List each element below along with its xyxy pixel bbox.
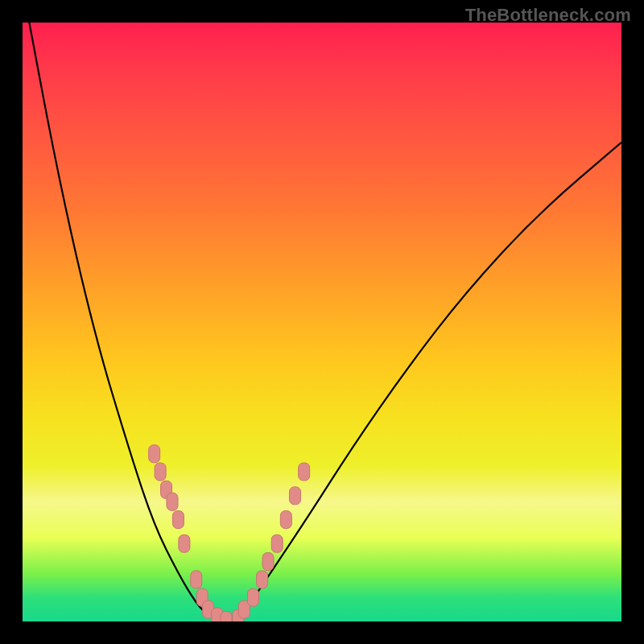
marker	[290, 487, 301, 505]
curve-markers	[149, 445, 310, 621]
curve-curve-left	[23, 23, 221, 621]
curve-curve-right	[232, 142, 621, 621]
marker	[179, 535, 190, 552]
marker	[221, 612, 232, 621]
plot-overlay	[23, 23, 621, 621]
marker	[247, 588, 258, 606]
marker	[155, 463, 166, 481]
marker	[262, 553, 274, 571]
marker	[271, 535, 283, 552]
marker	[167, 493, 178, 510]
marker	[257, 571, 268, 588]
marker	[280, 511, 291, 529]
marker	[299, 463, 310, 481]
marker	[191, 571, 202, 588]
outer-frame: TheBottleneck.com	[0, 0, 644, 644]
bottleneck-curves	[23, 23, 621, 621]
marker	[172, 511, 184, 529]
marker	[149, 445, 160, 463]
